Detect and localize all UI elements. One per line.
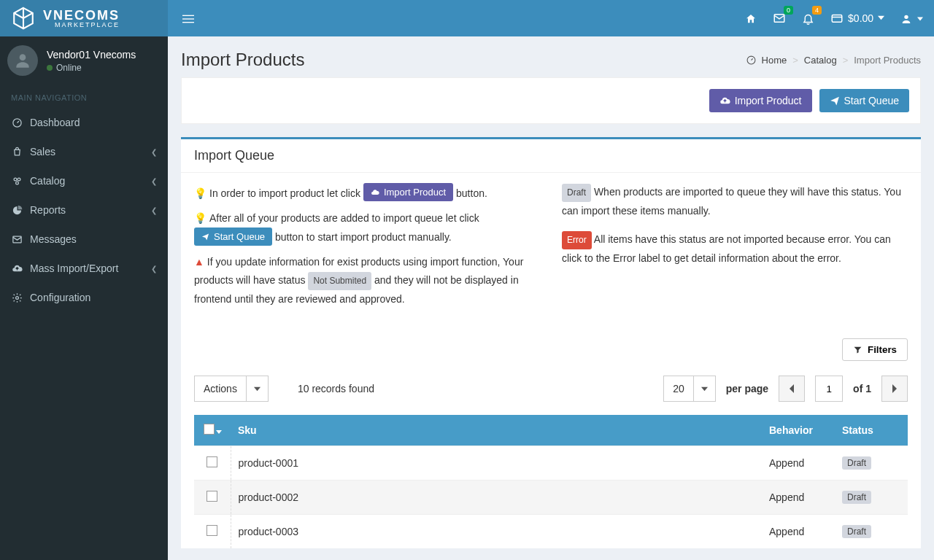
nav-label: Mass Import/Export (30, 262, 118, 274)
nav-icon (11, 263, 23, 274)
sidebar-item-messages[interactable]: Messages (0, 225, 168, 254)
nav-label: Reports (30, 204, 66, 216)
svg-point-12 (904, 15, 908, 18)
balance-menu[interactable]: $0.00 (830, 12, 884, 25)
menu-toggle[interactable] (179, 8, 198, 28)
nav-icon (11, 234, 23, 245)
nav-label: Catalog (30, 175, 65, 187)
messages-link[interactable]: 0 (773, 12, 786, 25)
row-checkbox[interactable] (207, 491, 217, 502)
chevron-right-icon (892, 384, 898, 393)
chevron-left-icon: ❮ (151, 148, 157, 156)
behavior-header[interactable]: Behavior (762, 415, 835, 446)
svg-point-2 (14, 178, 17, 181)
nav-icon (11, 147, 23, 158)
products-table: Sku Behavior Status product-0001AppendDr… (194, 415, 908, 548)
import-queue-panel: Import Queue 💡In order to import product… (181, 137, 921, 548)
tip-1: 💡In order to import product let click Im… (194, 183, 540, 202)
row-checkbox[interactable] (207, 525, 217, 536)
inline-import-button[interactable]: Import Product (363, 183, 453, 201)
user-menu[interactable] (900, 12, 923, 24)
svg-rect-8 (182, 18, 194, 19)
breadcrumb-catalog[interactable]: Catalog (804, 55, 837, 66)
sidebar-item-catalog[interactable]: Catalog❮ (0, 166, 168, 195)
lightbulb-icon: 💡 (194, 187, 207, 199)
table-row: product-0002AppendDraft (194, 481, 908, 515)
caret-down-icon (254, 386, 260, 392)
sidebar-item-dashboard[interactable]: Dashboard (0, 108, 168, 137)
sidebar-item-mass-import-export[interactable]: Mass Import/Export❮ (0, 254, 168, 283)
behavior-cell: Append (762, 515, 835, 549)
caret-down-icon (878, 15, 884, 21)
nav-icon (11, 117, 23, 128)
inline-start-queue-button[interactable]: Start Queue (194, 228, 272, 246)
prev-page-button[interactable] (779, 376, 805, 402)
svg-rect-7 (182, 15, 194, 15)
notifications-badge: 4 (812, 6, 822, 15)
sku-header[interactable]: Sku (231, 415, 762, 446)
filters-button[interactable]: Filters (842, 338, 908, 361)
nav-header: MAIN NAVIGATION (0, 85, 168, 108)
user-name: Vendor01 Vnecoms (47, 49, 136, 61)
cloud-upload-icon (719, 96, 730, 106)
nav-label: Sales (30, 146, 55, 158)
per-page-label: per page (726, 383, 768, 394)
brand-logo[interactable]: VNECOMS MARKETPLACE (0, 0, 168, 36)
start-queue-button[interactable]: Start Queue (819, 89, 910, 112)
actions-select[interactable]: Actions (194, 376, 269, 402)
status-dot-icon (47, 65, 53, 71)
caret-down-icon (917, 16, 923, 22)
brand-name: VNECOMS (43, 9, 120, 22)
chevron-left-icon (789, 384, 795, 393)
home-link[interactable] (745, 12, 757, 24)
brand-subtitle: MARKETPLACE (43, 22, 120, 28)
caret-down-icon (216, 430, 222, 434)
draft-description: Draft When products are imported to queu… (562, 183, 908, 220)
next-page-button[interactable] (881, 376, 908, 402)
nav-icon (11, 292, 23, 303)
sku-cell: product-0003 (231, 515, 762, 549)
select-all-header[interactable] (194, 415, 231, 446)
user-icon (900, 13, 912, 25)
balance-amount: $0.00 (848, 12, 873, 24)
lightbulb-icon: 💡 (194, 212, 207, 224)
action-bar: Import Product Start Queue (181, 77, 921, 124)
records-count: 10 records found (298, 383, 374, 394)
home-icon (745, 13, 757, 25)
topbar: 0 4 $0.00 (168, 0, 934, 36)
cloud-upload-icon (371, 188, 379, 197)
sidebar-item-configuration[interactable]: Configuration (0, 283, 168, 312)
notifications-link[interactable]: 4 (802, 12, 814, 25)
table-row: product-0003AppendDraft (194, 515, 908, 549)
nav-list: DashboardSales❮Catalog❮Reports❮MessagesM… (0, 108, 168, 312)
svg-rect-11 (832, 15, 842, 22)
sidebar-item-sales[interactable]: Sales❮ (0, 137, 168, 166)
filter-icon (853, 345, 862, 354)
caret-down-icon (701, 386, 708, 392)
plane-icon (830, 96, 840, 106)
svg-point-6 (15, 296, 18, 299)
sidebar-item-reports[interactable]: Reports❮ (0, 195, 168, 225)
breadcrumb-home[interactable]: Home (762, 55, 787, 66)
breadcrumb-current: Import Products (854, 55, 921, 66)
behavior-cell: Append (762, 481, 835, 515)
import-product-button[interactable]: Import Product (709, 89, 812, 112)
avatar[interactable] (7, 45, 38, 76)
page-input[interactable] (815, 376, 843, 402)
messages-badge: 0 (784, 6, 793, 15)
panel-title: Import Queue (181, 139, 921, 173)
status-header[interactable]: Status (835, 415, 908, 446)
svg-point-4 (15, 182, 18, 184)
dashboard-icon (746, 55, 756, 65)
row-checkbox[interactable] (207, 456, 217, 467)
per-page-select[interactable]: 20 (663, 376, 716, 402)
chevron-left-icon: ❮ (151, 206, 157, 214)
not-submitted-pill: Not Submited (308, 272, 371, 290)
sku-cell: product-0001 (231, 446, 762, 481)
user-status: Online (47, 63, 136, 73)
logo-icon (11, 6, 36, 31)
table-row: product-0001AppendDraft (194, 446, 908, 481)
nav-label: Messages (30, 233, 77, 245)
plane-icon (201, 233, 209, 241)
chevron-left-icon: ❮ (151, 265, 157, 273)
